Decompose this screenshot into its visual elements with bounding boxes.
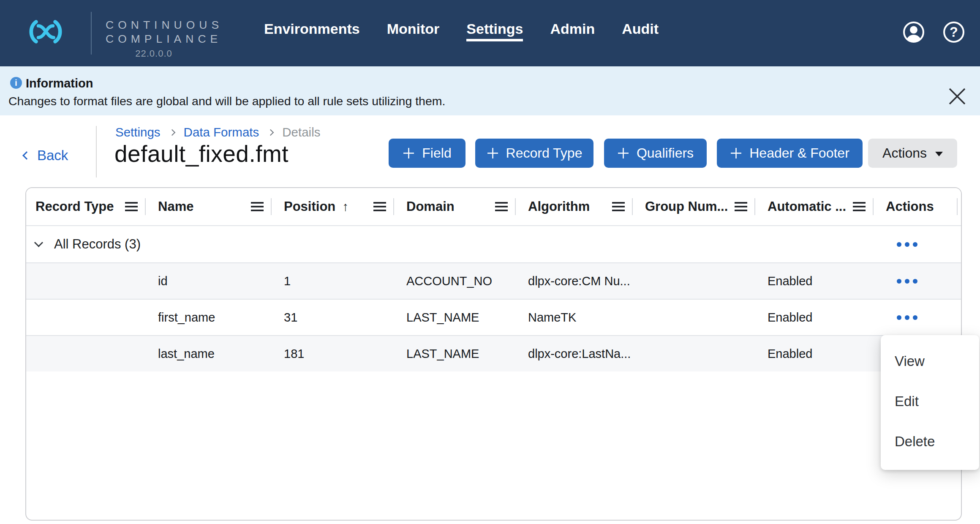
breadcrumb-data-formats[interactable]: Data Formats [184, 125, 259, 139]
column-header-actions: Actions [873, 188, 961, 225]
column-menu-icon[interactable] [853, 202, 866, 211]
product-line-1: CONTINUOUS [106, 18, 223, 32]
button-label: Header & Footer [749, 145, 849, 161]
column-menu-icon[interactable] [373, 202, 386, 211]
table-header-row: Record Type Name Position ↑ Domain Algor… [26, 188, 961, 226]
plus-icon [617, 147, 629, 159]
back-label: Back [37, 147, 68, 164]
delphix-logo-icon [24, 18, 68, 46]
column-label: Name [158, 199, 193, 214]
user-icon[interactable] [902, 21, 925, 44]
app-window: CONTINUOUS COMPLIANCE 22.0.0.0 Environme… [0, 0, 980, 524]
brand-divider [91, 12, 92, 55]
cell-automatic: Enabled [755, 347, 873, 361]
plus-icon [487, 147, 499, 159]
chevron-right-icon [169, 129, 175, 136]
cell-algorithm: dlpx-core:LastNa... [515, 347, 632, 361]
breadcrumb: Settings Data Formats Details [115, 125, 320, 139]
chevron-down-icon[interactable] [34, 238, 43, 247]
nav-audit[interactable]: Audit [622, 20, 659, 37]
cell-domain: ACCOUNT_NO [394, 274, 515, 288]
table-body: All Records (3) id 1 ACCOUNT_NO dlpx-cor… [26, 226, 961, 371]
row-actions-button[interactable] [895, 313, 919, 322]
cell-position: 181 [271, 347, 394, 361]
table-row: id 1 ACCOUNT_NO dlpx-core:CM Nu... Enabl… [26, 262, 961, 299]
plus-icon [403, 147, 415, 159]
column-label: Automatic ... [768, 199, 846, 214]
column-header-domain[interactable]: Domain [394, 188, 515, 225]
nav-settings[interactable]: Settings [466, 20, 523, 37]
product-line-2: COMPLIANCE [106, 32, 223, 46]
menu-item-view[interactable]: View [881, 341, 979, 381]
column-menu-icon[interactable] [612, 202, 625, 211]
sort-ascending-icon[interactable]: ↑ [342, 199, 348, 214]
nav-environments[interactable]: Environments [264, 20, 360, 37]
close-icon[interactable] [947, 87, 967, 106]
page-title: default_fixed.fmt [114, 140, 289, 167]
plus-icon [730, 147, 742, 159]
breadcrumb-settings[interactable]: Settings [115, 125, 161, 139]
table-row: last_name 181 LAST_NAME dlpx-core:LastNa… [26, 335, 961, 371]
top-navbar: CONTINUOUS COMPLIANCE 22.0.0.0 Environme… [0, 0, 980, 66]
menu-item-edit[interactable]: Edit [881, 381, 979, 421]
button-label: Record Type [506, 145, 583, 161]
cell-algorithm: NameTK [515, 311, 632, 325]
button-label: Field [422, 145, 451, 161]
column-label: Algorithm [528, 199, 590, 214]
question-glyph: ? [950, 25, 958, 40]
cell-domain: LAST_NAME [394, 311, 515, 325]
title-divider [96, 126, 97, 177]
actions-button[interactable]: Actions [868, 139, 957, 168]
add-header-footer-button[interactable]: Header & Footer [717, 139, 863, 168]
row-actions-menu: View Edit Delete [881, 335, 979, 470]
caret-down-icon [935, 152, 943, 156]
button-label: Actions [882, 145, 927, 161]
cell-algorithm: dlpx-core:CM Nu... [515, 274, 632, 288]
version-label: 22.0.0.0 [106, 48, 202, 59]
back-button[interactable]: Back [24, 147, 68, 164]
column-header-automatic[interactable]: Automatic ... [755, 188, 873, 225]
cell-name: id [145, 274, 271, 288]
cell-position: 31 [271, 311, 394, 325]
cell-position: 1 [271, 274, 394, 288]
column-label: Actions [886, 199, 934, 214]
group-row-label: All Records (3) [54, 237, 141, 252]
add-qualifiers-button[interactable]: Qualifiers [604, 139, 707, 168]
info-icon: i [10, 77, 22, 89]
column-label: Domain [406, 199, 455, 214]
column-header-name[interactable]: Name [145, 188, 271, 225]
banner-title: Information [26, 76, 93, 90]
info-banner: i Information Changes to format files ar… [0, 66, 980, 115]
cell-automatic: Enabled [755, 311, 873, 325]
row-actions-button[interactable] [895, 240, 919, 249]
primary-nav: Environments Monitor Settings Admin Audi… [264, 20, 659, 37]
column-label: Group Num... [645, 199, 728, 214]
banner-message: Changes to format files are global and w… [8, 94, 445, 108]
column-header-record-type[interactable]: Record Type [26, 188, 145, 225]
column-header-group-number[interactable]: Group Num... [632, 188, 755, 225]
add-record-type-button[interactable]: Record Type [475, 139, 593, 168]
column-label: Position [284, 199, 335, 214]
chevron-left-icon [22, 151, 31, 160]
add-field-button[interactable]: Field [389, 139, 466, 168]
column-label: Record Type [35, 199, 114, 214]
row-actions-button[interactable] [895, 276, 919, 286]
cell-automatic: Enabled [755, 274, 873, 288]
chevron-right-icon [267, 129, 274, 136]
nav-monitor[interactable]: Monitor [387, 20, 440, 37]
column-header-algorithm[interactable]: Algorithm [515, 188, 632, 225]
column-menu-icon[interactable] [735, 202, 747, 211]
column-menu-icon[interactable] [125, 202, 138, 211]
menu-item-delete[interactable]: Delete [881, 421, 979, 461]
data-formats-table: Record Type Name Position ↑ Domain Algor… [25, 187, 962, 521]
help-icon[interactable]: ? [942, 21, 965, 44]
column-menu-icon[interactable] [251, 202, 264, 211]
column-menu-icon[interactable] [495, 202, 508, 211]
group-row-all-records: All Records (3) [26, 226, 961, 262]
breadcrumb-current: Details [282, 125, 320, 139]
product-name: CONTINUOUS COMPLIANCE 22.0.0.0 [106, 18, 223, 59]
nav-admin[interactable]: Admin [550, 20, 595, 37]
table-row: first_name 31 LAST_NAME NameTK Enabled [26, 299, 961, 335]
cell-name: first_name [145, 311, 271, 325]
column-header-position[interactable]: Position ↑ [271, 188, 394, 225]
